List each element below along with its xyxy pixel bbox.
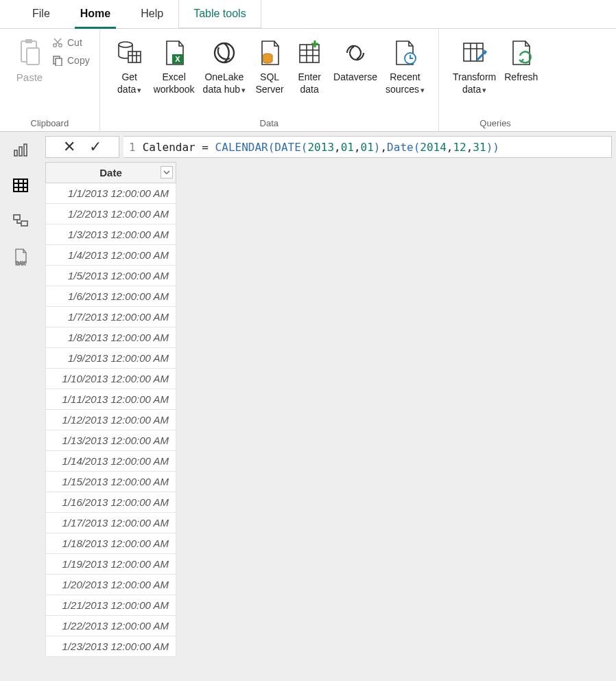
table-row: 1/15/2013 12:00:00 AM <box>46 472 176 492</box>
group-data-label: Data <box>110 117 429 131</box>
svg-rect-6 <box>56 58 62 66</box>
dataverse-label: Dataverse <box>333 71 377 84</box>
table-cell[interactable]: 1/21/2013 12:00:00 AM <box>46 595 176 616</box>
svg-rect-17 <box>19 147 22 156</box>
tab-table-tools[interactable]: Table tools <box>178 0 261 28</box>
table-cell[interactable]: 1/2/2013 12:00:00 AM <box>46 204 176 224</box>
get-data-label: Get data▾ <box>117 71 141 95</box>
onelake-button[interactable]: OneLake data hub▾ <box>199 33 250 95</box>
column-header-date[interactable]: Date <box>46 163 176 183</box>
dataverse-icon <box>342 36 369 70</box>
model-view-button[interactable] <box>11 211 30 231</box>
table-cell[interactable]: 1/1/2013 12:00:00 AM <box>46 183 176 204</box>
tab-file[interactable]: File <box>17 0 65 28</box>
recent-sources-button[interactable]: Recent sources▾ <box>381 33 429 95</box>
dataverse-button[interactable]: Dataverse <box>329 33 381 84</box>
table-cell[interactable]: 1/22/2013 12:00:00 AM <box>46 616 176 636</box>
svg-rect-21 <box>21 221 27 226</box>
table-cell[interactable]: 1/6/2013 12:00:00 AM <box>46 286 176 307</box>
table-row: 1/18/2013 12:00:00 AM <box>46 533 176 554</box>
tab-help[interactable]: Help <box>126 0 178 28</box>
table-row: 1/7/2013 12:00:00 AM <box>46 307 176 327</box>
group-clipboard: Paste Cut Copy Clipboard <box>0 29 100 131</box>
transform-icon <box>461 36 488 70</box>
refresh-icon <box>508 36 535 70</box>
cut-label: Cut <box>67 37 82 48</box>
table-cell[interactable]: 1/11/2013 12:00:00 AM <box>46 389 176 410</box>
column-filter-button[interactable] <box>161 166 173 178</box>
svg-rect-2 <box>27 48 39 65</box>
table-cell[interactable]: 1/12/2013 12:00:00 AM <box>46 410 176 430</box>
table-row: 1/22/2013 12:00:00 AM <box>46 616 176 636</box>
group-queries: Transform data▾ Refresh Queries <box>439 29 552 131</box>
table-cell[interactable]: 1/18/2013 12:00:00 AM <box>46 533 176 554</box>
refresh-button[interactable]: Refresh <box>500 33 542 84</box>
enter-data-button[interactable]: Enter data <box>289 33 329 95</box>
date-table: Date 1/1/2013 12:00:00 AM1/2/2013 12:00:… <box>45 162 176 657</box>
copy-icon <box>52 55 63 66</box>
table-row: 1/5/2013 12:00:00 AM <box>46 266 176 286</box>
sql-label: SQL Server <box>255 71 283 95</box>
sql-server-button[interactable]: SQL Server <box>250 33 289 95</box>
commit-formula-button[interactable]: ✓ <box>89 139 102 154</box>
chevron-down-icon: ▾ <box>420 86 425 94</box>
table-cell[interactable]: 1/8/2013 12:00:00 AM <box>46 327 176 348</box>
svg-rect-1 <box>25 39 32 43</box>
table-row: 1/11/2013 12:00:00 AM <box>46 389 176 410</box>
table-row: 1/6/2013 12:00:00 AM <box>46 286 176 307</box>
ribbon: Paste Cut Copy Clipboard Get data▾ <box>0 29 616 132</box>
chevron-down-icon: ▾ <box>482 86 486 94</box>
report-view-button[interactable] <box>11 140 30 159</box>
table-cell[interactable]: 1/19/2013 12:00:00 AM <box>46 554 176 575</box>
table-cell[interactable]: 1/3/2013 12:00:00 AM <box>46 224 176 245</box>
enter-data-icon <box>296 36 323 70</box>
table-cell[interactable]: 1/15/2013 12:00:00 AM <box>46 472 176 492</box>
cut-button[interactable]: Cut <box>52 37 90 48</box>
recent-label: Recent sources▾ <box>386 71 425 95</box>
table-cell[interactable]: 1/23/2013 12:00:00 AM <box>46 636 176 657</box>
database-icon <box>116 36 143 70</box>
table-row: 1/12/2013 12:00:00 AM <box>46 410 176 430</box>
table-cell[interactable]: 1/9/2013 12:00:00 AM <box>46 348 176 369</box>
formula-actions: ✕ ✓ <box>45 136 119 158</box>
table-cell[interactable]: 1/17/2013 12:00:00 AM <box>46 513 176 533</box>
svg-rect-16 <box>14 150 17 156</box>
table-cell[interactable]: 1/4/2013 12:00:00 AM <box>46 245 176 266</box>
excel-workbook-button[interactable]: X Excel workbook <box>150 33 199 95</box>
copy-button[interactable]: Copy <box>52 55 90 66</box>
data-grid[interactable]: Date 1/1/2013 12:00:00 AM1/2/2013 12:00:… <box>41 162 616 657</box>
table-cell[interactable]: 1/20/2013 12:00:00 AM <box>46 575 176 595</box>
table-row: 1/19/2013 12:00:00 AM <box>46 554 176 575</box>
svg-point-7 <box>119 42 132 47</box>
table-cell[interactable]: 1/16/2013 12:00:00 AM <box>46 492 176 513</box>
svg-text:DAX: DAX <box>16 261 26 266</box>
table-cell[interactable]: 1/7/2013 12:00:00 AM <box>46 307 176 327</box>
data-view-button[interactable] <box>11 176 30 195</box>
get-data-button[interactable]: Get data▾ <box>110 33 150 95</box>
dax-view-button[interactable]: DAX <box>11 247 30 266</box>
sql-icon <box>257 36 283 70</box>
view-sidebar: DAX <box>0 132 41 681</box>
copy-label: Copy <box>67 55 90 66</box>
paste-button[interactable]: Paste <box>10 33 49 84</box>
svg-rect-19 <box>14 179 27 192</box>
clipboard-icon <box>17 36 42 70</box>
table-cell[interactable]: 1/10/2013 12:00:00 AM <box>46 369 176 389</box>
tab-home[interactable]: Home <box>65 0 126 28</box>
formula-bar: ✕ ✓ 1Calendar = CALENDAR(DATE(2013,01,01… <box>41 132 616 162</box>
table-row: 1/14/2013 12:00:00 AM <box>46 451 176 472</box>
svg-rect-20 <box>14 215 20 220</box>
content-area: DAX ✕ ✓ 1Calendar = CALENDAR(DATE(2013,0… <box>0 132 616 681</box>
table-cell[interactable]: 1/13/2013 12:00:00 AM <box>46 430 176 451</box>
formula-input[interactable]: 1Calendar = CALENDAR(DATE(2013,01,01),Da… <box>123 136 612 158</box>
table-row: 1/1/2013 12:00:00 AM <box>46 183 176 204</box>
table-cell[interactable]: 1/5/2013 12:00:00 AM <box>46 266 176 286</box>
transform-data-button[interactable]: Transform data▾ <box>449 33 500 95</box>
cancel-formula-button[interactable]: ✕ <box>63 139 75 154</box>
group-queries-label: Queries <box>449 117 542 131</box>
table-cell[interactable]: 1/14/2013 12:00:00 AM <box>46 451 176 472</box>
table-row: 1/10/2013 12:00:00 AM <box>46 369 176 389</box>
group-data: Get data▾ X Excel workbook OneLake data … <box>100 29 439 131</box>
paste-label: Paste <box>16 71 43 84</box>
group-clipboard-label: Clipboard <box>10 117 90 131</box>
